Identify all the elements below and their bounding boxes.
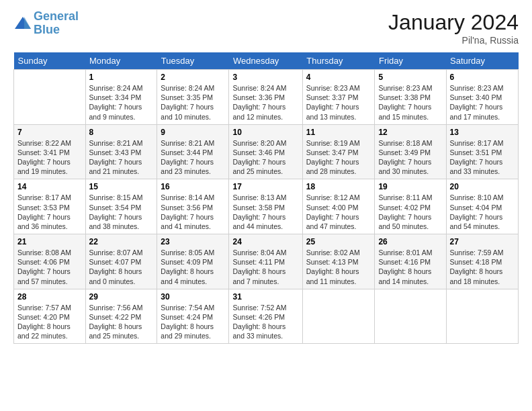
day-number: 14 bbox=[17, 182, 82, 191]
day-number: 24 bbox=[232, 237, 298, 246]
cell-content: Sunrise: 7:59 AMSunset: 4:18 PMDaylight:… bbox=[450, 248, 515, 286]
header-friday: Friday bbox=[375, 52, 446, 70]
month-title: January 2024 bbox=[388, 10, 519, 35]
day-cell bbox=[446, 289, 519, 344]
day-cell: 22Sunrise: 8:07 AMSunset: 4:07 PMDayligh… bbox=[85, 234, 157, 289]
subtitle: Pil'na, Russia bbox=[388, 35, 519, 46]
svg-marker-1 bbox=[24, 17, 31, 29]
day-cell: 21Sunrise: 8:08 AMSunset: 4:06 PMDayligh… bbox=[14, 234, 86, 289]
day-cell: 8Sunrise: 8:21 AMSunset: 3:43 PMDaylight… bbox=[85, 124, 157, 179]
day-number: 11 bbox=[306, 128, 371, 137]
cell-content: Sunrise: 7:57 AMSunset: 4:20 PMDaylight:… bbox=[17, 303, 82, 341]
day-number: 4 bbox=[306, 73, 371, 82]
title-area: January 2024 Pil'na, Russia bbox=[388, 10, 519, 46]
day-number: 15 bbox=[89, 182, 154, 191]
day-number: 7 bbox=[17, 128, 82, 137]
day-number: 18 bbox=[306, 182, 371, 191]
cell-content: Sunrise: 8:17 AMSunset: 3:53 PMDaylight:… bbox=[17, 193, 82, 231]
day-cell: 13Sunrise: 8:17 AMSunset: 3:51 PMDayligh… bbox=[446, 124, 519, 179]
day-number: 6 bbox=[450, 73, 515, 82]
week-row-1: 1Sunrise: 8:24 AMSunset: 3:34 PMDaylight… bbox=[14, 70, 519, 125]
logo-text: General Blue bbox=[34, 10, 79, 37]
cell-content: Sunrise: 8:17 AMSunset: 3:51 PMDaylight:… bbox=[450, 138, 515, 177]
cell-content: Sunrise: 8:20 AMSunset: 3:46 PMDaylight:… bbox=[232, 138, 298, 177]
week-row-4: 21Sunrise: 8:08 AMSunset: 4:06 PMDayligh… bbox=[14, 234, 519, 289]
cell-content: Sunrise: 8:12 AMSunset: 4:00 PMDaylight:… bbox=[306, 193, 371, 231]
day-cell: 6Sunrise: 8:23 AMSunset: 3:40 PMDaylight… bbox=[446, 70, 519, 125]
day-cell: 2Sunrise: 8:24 AMSunset: 3:35 PMDaylight… bbox=[157, 70, 229, 125]
cell-content: Sunrise: 7:52 AMSunset: 4:26 PMDaylight:… bbox=[232, 303, 298, 341]
day-cell: 4Sunrise: 8:23 AMSunset: 3:37 PMDaylight… bbox=[302, 70, 375, 125]
day-number: 3 bbox=[232, 73, 298, 82]
day-cell: 16Sunrise: 8:14 AMSunset: 3:56 PMDayligh… bbox=[157, 179, 229, 234]
day-number: 20 bbox=[450, 182, 515, 191]
week-row-2: 7Sunrise: 8:22 AMSunset: 3:41 PMDaylight… bbox=[14, 124, 519, 179]
cell-content: Sunrise: 8:11 AMSunset: 4:02 PMDaylight:… bbox=[378, 193, 442, 231]
day-cell bbox=[14, 70, 86, 125]
day-number: 30 bbox=[161, 292, 225, 302]
cell-content: Sunrise: 8:15 AMSunset: 3:54 PMDaylight:… bbox=[89, 193, 154, 231]
day-cell: 31Sunrise: 7:52 AMSunset: 4:26 PMDayligh… bbox=[229, 289, 302, 344]
cell-content: Sunrise: 8:08 AMSunset: 4:06 PMDaylight:… bbox=[17, 248, 82, 286]
header-row: Sunday Monday Tuesday Wednesday Thursday… bbox=[14, 52, 519, 70]
cell-content: Sunrise: 8:23 AMSunset: 3:40 PMDaylight:… bbox=[450, 83, 515, 122]
cell-content: Sunrise: 8:02 AMSunset: 4:13 PMDaylight:… bbox=[306, 248, 371, 286]
day-number: 17 bbox=[232, 182, 298, 191]
calendar-table: Sunday Monday Tuesday Wednesday Thursday… bbox=[13, 52, 519, 344]
logo: General Blue bbox=[13, 10, 79, 37]
day-cell: 10Sunrise: 8:20 AMSunset: 3:46 PMDayligh… bbox=[229, 124, 302, 179]
cell-content: Sunrise: 8:22 AMSunset: 3:41 PMDaylight:… bbox=[17, 138, 82, 177]
day-number: 19 bbox=[378, 182, 442, 191]
day-cell: 26Sunrise: 8:01 AMSunset: 4:16 PMDayligh… bbox=[375, 234, 446, 289]
day-number: 22 bbox=[89, 237, 154, 246]
day-number: 2 bbox=[161, 73, 225, 82]
day-number: 9 bbox=[161, 128, 225, 137]
day-number: 28 bbox=[17, 292, 82, 302]
cell-content: Sunrise: 8:14 AMSunset: 3:56 PMDaylight:… bbox=[161, 193, 225, 231]
cell-content: Sunrise: 8:13 AMSunset: 3:58 PMDaylight:… bbox=[232, 193, 298, 231]
cell-content: Sunrise: 8:05 AMSunset: 4:09 PMDaylight:… bbox=[161, 248, 225, 286]
day-cell: 15Sunrise: 8:15 AMSunset: 3:54 PMDayligh… bbox=[85, 179, 157, 234]
day-number: 10 bbox=[232, 128, 298, 137]
day-cell: 14Sunrise: 8:17 AMSunset: 3:53 PMDayligh… bbox=[14, 179, 86, 234]
day-cell: 29Sunrise: 7:56 AMSunset: 4:22 PMDayligh… bbox=[85, 289, 157, 344]
cell-content: Sunrise: 8:21 AMSunset: 3:44 PMDaylight:… bbox=[161, 138, 225, 177]
day-cell: 12Sunrise: 8:18 AMSunset: 3:49 PMDayligh… bbox=[375, 124, 446, 179]
header-thursday: Thursday bbox=[302, 52, 375, 70]
day-cell: 23Sunrise: 8:05 AMSunset: 4:09 PMDayligh… bbox=[157, 234, 229, 289]
cell-content: Sunrise: 8:10 AMSunset: 4:04 PMDaylight:… bbox=[450, 193, 515, 231]
week-row-5: 28Sunrise: 7:57 AMSunset: 4:20 PMDayligh… bbox=[14, 289, 519, 344]
day-cell: 5Sunrise: 8:23 AMSunset: 3:38 PMDaylight… bbox=[375, 70, 446, 125]
day-number: 25 bbox=[306, 237, 371, 246]
day-cell bbox=[302, 289, 375, 344]
day-cell: 19Sunrise: 8:11 AMSunset: 4:02 PMDayligh… bbox=[375, 179, 446, 234]
day-cell: 28Sunrise: 7:57 AMSunset: 4:20 PMDayligh… bbox=[14, 289, 86, 344]
day-cell: 1Sunrise: 8:24 AMSunset: 3:34 PMDaylight… bbox=[85, 70, 157, 125]
day-cell: 3Sunrise: 8:24 AMSunset: 3:36 PMDaylight… bbox=[229, 70, 302, 125]
day-cell: 20Sunrise: 8:10 AMSunset: 4:04 PMDayligh… bbox=[446, 179, 519, 234]
day-cell bbox=[375, 289, 446, 344]
day-cell: 27Sunrise: 7:59 AMSunset: 4:18 PMDayligh… bbox=[446, 234, 519, 289]
page: General Blue January 2024 Pil'na, Russia… bbox=[0, 0, 532, 351]
header-sunday: Sunday bbox=[14, 52, 86, 70]
day-number: 27 bbox=[450, 237, 515, 246]
day-number: 21 bbox=[17, 237, 82, 246]
day-number: 8 bbox=[89, 128, 154, 137]
cell-content: Sunrise: 7:56 AMSunset: 4:22 PMDaylight:… bbox=[89, 303, 154, 341]
cell-content: Sunrise: 8:01 AMSunset: 4:16 PMDaylight:… bbox=[378, 248, 442, 286]
header-monday: Monday bbox=[85, 52, 157, 70]
cell-content: Sunrise: 8:04 AMSunset: 4:11 PMDaylight:… bbox=[232, 248, 298, 286]
day-cell: 18Sunrise: 8:12 AMSunset: 4:00 PMDayligh… bbox=[302, 179, 375, 234]
cell-content: Sunrise: 8:23 AMSunset: 3:38 PMDaylight:… bbox=[378, 83, 442, 122]
header-tuesday: Tuesday bbox=[157, 52, 229, 70]
day-cell: 11Sunrise: 8:19 AMSunset: 3:47 PMDayligh… bbox=[302, 124, 375, 179]
cell-content: Sunrise: 8:23 AMSunset: 3:37 PMDaylight:… bbox=[306, 83, 371, 122]
cell-content: Sunrise: 8:07 AMSunset: 4:07 PMDaylight:… bbox=[89, 248, 154, 286]
cell-content: Sunrise: 8:24 AMSunset: 3:34 PMDaylight:… bbox=[89, 83, 154, 122]
day-number: 12 bbox=[378, 128, 442, 137]
cell-content: Sunrise: 8:24 AMSunset: 3:36 PMDaylight:… bbox=[232, 83, 298, 122]
header-wednesday: Wednesday bbox=[229, 52, 302, 70]
cell-content: Sunrise: 8:18 AMSunset: 3:49 PMDaylight:… bbox=[378, 138, 442, 177]
cell-content: Sunrise: 7:54 AMSunset: 4:24 PMDaylight:… bbox=[161, 303, 225, 341]
day-cell: 17Sunrise: 8:13 AMSunset: 3:58 PMDayligh… bbox=[229, 179, 302, 234]
